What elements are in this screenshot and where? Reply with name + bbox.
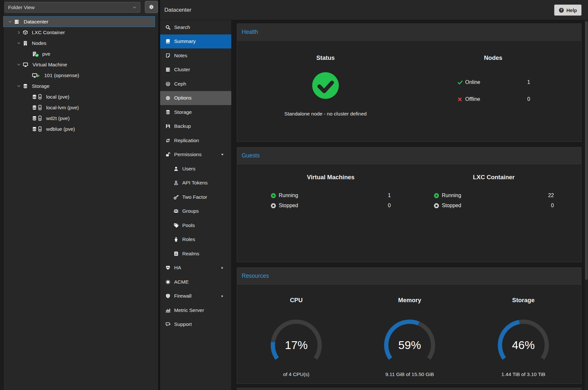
question-icon: ? — [559, 7, 564, 13]
person-icon — [173, 237, 179, 242]
tree-item-local-lvm-pve[interactable]: local-lvm (pve) — [3, 102, 155, 113]
menu-item-label: Realms — [182, 251, 199, 257]
gear-icon — [165, 95, 171, 101]
tree-settings-button[interactable] — [145, 1, 158, 13]
caret-down-icon[interactable] — [16, 41, 21, 46]
menu-item-acme[interactable]: ACME — [160, 275, 231, 289]
resource-tree: DatacenterLXC ContainerNodespveVirtual M… — [0, 16, 158, 134]
menu-item-cluster[interactable]: Cluster — [160, 63, 231, 77]
guest-row-value: 0 — [388, 203, 391, 208]
svg-text:59%: 59% — [398, 339, 421, 351]
tree-item-label: 101 (opnsense) — [44, 73, 79, 78]
menu-item-roles[interactable]: Roles — [160, 233, 231, 247]
tree-item-nodes[interactable]: Nodes — [3, 38, 155, 48]
tree-item-local-pve[interactable]: local (pve) — [3, 91, 155, 102]
view-mode-value: Folder View — [8, 5, 35, 10]
menu-item-label: Notes — [174, 53, 187, 59]
guests-section-title: Guests — [242, 152, 260, 159]
menu-item-backup[interactable]: Backup — [160, 119, 231, 134]
menu-item-label: Metric Server — [174, 307, 204, 313]
nodes-heading: Nodes — [428, 54, 558, 61]
menu-item-label: Pools — [182, 222, 195, 228]
menu-item-summary[interactable]: Summary — [160, 34, 231, 49]
caret-down-icon[interactable] — [16, 62, 21, 67]
menu-item-api-tokens[interactable]: API Tokens — [160, 176, 231, 190]
guest-row-running: Running1 — [271, 191, 391, 200]
resource-detail: of 4 CPU(s) — [241, 371, 352, 377]
user-icon — [173, 166, 179, 171]
tree-item-virtual-machine[interactable]: Virtual Machine — [3, 59, 155, 70]
menu-item-firewall[interactable]: Firewall — [160, 289, 231, 303]
tree-item-storage[interactable]: Storage — [3, 81, 155, 91]
caret-down-icon[interactable] — [16, 84, 21, 89]
tree-item-pve[interactable]: pve — [3, 48, 155, 59]
guests-column-lxc-container: LXC ContainerRunning22Stopped0 — [434, 164, 554, 262]
cube-icon — [23, 30, 28, 35]
menu-item-realms[interactable]: Realms — [160, 247, 231, 261]
menu-item-label: HA — [174, 265, 181, 271]
node-status-label: Offline — [465, 96, 480, 102]
comments-icon — [165, 322, 171, 327]
tree-item-label: Datacenter — [24, 19, 48, 25]
tree-item-wdblue-pve[interactable]: wdblue (pve) — [3, 124, 155, 134]
menu-item-two-factor[interactable]: Two Factor — [160, 190, 231, 204]
resource-detail: 9.11 GiB of 15.50 GiB — [354, 371, 465, 377]
triangle-down-icon — [221, 153, 224, 156]
caret-down-icon[interactable] — [7, 19, 13, 24]
menu-item-ceph[interactable]: Ceph — [160, 77, 231, 91]
menu-item-groups[interactable]: Groups — [160, 204, 231, 219]
caret-right-icon[interactable] — [16, 30, 21, 35]
tree-item-label: local (pve) — [46, 94, 70, 100]
health-section-title: Health — [242, 29, 258, 35]
menu-item-label: API Tokens — [182, 180, 208, 186]
help-button-label: Help — [566, 7, 577, 13]
guest-row-stopped: Stopped0 — [434, 201, 554, 210]
tree-item-label: Storage — [32, 83, 49, 89]
menu-item-search[interactable]: Search — [160, 20, 231, 34]
menu-item-label: Summary — [174, 38, 196, 44]
status-ok-icon — [312, 72, 339, 99]
menu-item-storage[interactable]: Storage — [160, 105, 231, 119]
tree-item-label: Nodes — [32, 40, 46, 46]
svg-text:17%: 17% — [285, 339, 308, 351]
content-scrollbar[interactable] — [585, 20, 588, 390]
node-status-value: 0 — [527, 96, 530, 102]
menu-item-replication[interactable]: Replication — [160, 133, 231, 148]
resource-heading: Memory — [354, 297, 465, 304]
replication-icon — [165, 138, 171, 143]
storage-disk-icon — [32, 105, 42, 110]
resource-detail: 1.44 TiB of 3.10 TiB — [468, 371, 579, 377]
resources-section: Resources CPU17%of 4 CPU(s)Memory59%9.11… — [237, 267, 582, 384]
cluster-status-column: Status Standalone node - no cluster defi… — [261, 41, 390, 141]
menu-item-support[interactable]: Support — [160, 317, 231, 332]
database-icon — [165, 110, 171, 115]
menu-item-ha[interactable]: HA — [160, 261, 231, 275]
health-section: Health Status Standalone node - no clust… — [237, 23, 582, 142]
tree-item-101-opnsense[interactable]: 101 (opnsense) — [3, 70, 155, 81]
tree-item-datacenter[interactable]: Datacenter — [3, 16, 155, 27]
tree-item-lxc-container[interactable]: LXC Container — [3, 27, 155, 38]
ceph-icon — [165, 81, 171, 87]
desktop-icon — [23, 62, 29, 67]
guests-column-virtual-machines: Virtual MachinesRunning1Stopped0 — [271, 164, 391, 262]
view-mode-select[interactable]: Folder View — [5, 2, 140, 13]
menu-item-label: Cluster — [174, 67, 190, 73]
menu-item-users[interactable]: Users — [160, 162, 231, 176]
storage-disk-icon — [32, 127, 42, 132]
menu-item-permissions[interactable]: Permissions — [160, 148, 231, 162]
menu-item-metric-server[interactable]: Metric Server — [160, 303, 231, 317]
search-icon — [165, 25, 171, 30]
help-button[interactable]: ? Help — [554, 5, 582, 16]
node-status-row-offline: Offline0 — [457, 95, 530, 103]
svg-text:?: ? — [560, 8, 562, 12]
content-scrollbar-thumb[interactable] — [585, 21, 588, 280]
resource-tree-panel: Folder View DatacenterLXC ContainerNodes… — [0, 0, 158, 390]
guests-section: Guests Virtual MachinesRunning1Stopped0L… — [237, 147, 582, 262]
server-icon — [14, 19, 20, 24]
menu-item-options[interactable]: Options — [160, 91, 231, 105]
menu-item-notes[interactable]: Notes — [160, 48, 231, 63]
tree-item-wd2t-pve[interactable]: wd2t (pve) — [3, 113, 155, 124]
guests-column-heading: Virtual Machines — [271, 174, 391, 181]
menu-item-label: Backup — [174, 123, 191, 129]
menu-item-pools[interactable]: Pools — [160, 218, 231, 233]
